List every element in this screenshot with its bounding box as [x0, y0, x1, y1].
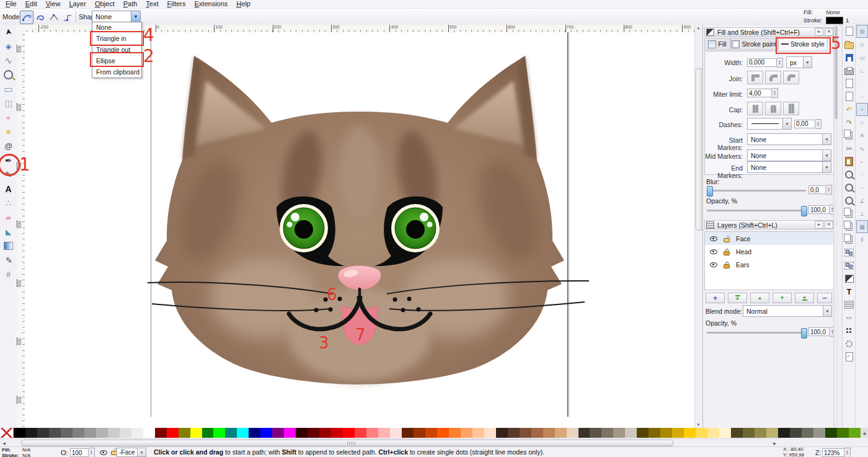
shape-dropdown-arrow-icon[interactable]: ▼ [131, 11, 140, 22]
snap-bbox-corners-button[interactable]: ∟ [856, 64, 868, 77]
palette-swatch-42[interactable] [508, 428, 520, 438]
palette-swatch-13[interactable] [167, 428, 179, 438]
panel-menu-icon[interactable]: ▸ [815, 28, 823, 36]
delete-layer-button[interactable]: − [817, 293, 832, 303]
sb-opacity-spin-arrows-icon[interactable]: ▲▼ [89, 448, 95, 457]
width-input[interactable]: 0,000 [747, 58, 777, 67]
spray-tool[interactable]: ∴ [1, 196, 16, 210]
layer-locked-icon[interactable] [724, 251, 730, 255]
open-button[interactable] [843, 38, 855, 51]
palette-swatch-0[interactable] [14, 428, 25, 438]
snap-cusp-nodes-button[interactable]: ∿ [856, 142, 868, 155]
palette-swatch-62[interactable] [743, 428, 755, 438]
scroll-right-icon[interactable]: ▶ [771, 441, 778, 445]
star-tool[interactable]: ★ [1, 125, 16, 139]
paste-button[interactable] [843, 155, 855, 168]
palette-swatch-30[interactable] [366, 428, 378, 438]
scroll-left-icon[interactable]: ◀ [1, 441, 7, 445]
palette-swatch-61[interactable] [731, 428, 743, 438]
fs-opacity-input[interactable]: 100,0 [808, 205, 830, 214]
new-document-button[interactable] [843, 25, 855, 38]
join-round-button[interactable] [765, 71, 781, 84]
unit-dropdown-arrow-icon[interactable]: ▼ [803, 57, 812, 68]
menu-layer[interactable]: Layer [64, 0, 91, 8]
fs-opacity-slider-thumb[interactable] [801, 206, 807, 216]
menu-text[interactable]: Text [141, 0, 162, 8]
align-dialog-button[interactable] [843, 324, 855, 337]
vertical-ruler[interactable]: 900800700600500400300 [17, 32, 25, 428]
join-miter-button[interactable] [747, 71, 763, 84]
connector-tool[interactable]: # [1, 267, 16, 282]
dock-scrollbar[interactable] [833, 25, 838, 428]
palette-swatch-48[interactable] [578, 428, 590, 438]
palette-swatch-40[interactable] [484, 428, 496, 438]
unlink-clone-button[interactable] [843, 233, 855, 246]
palette-swatch-15[interactable] [190, 428, 202, 438]
snap-midpoints-button[interactable]: ∙ [856, 168, 868, 181]
spiral-tool[interactable]: @ [1, 139, 16, 153]
palette-swatch-6[interactable] [84, 428, 96, 438]
join-bevel-button[interactable] [783, 71, 799, 84]
layers-panel-menu-icon[interactable]: ▸ [815, 221, 823, 229]
palette-swatch-71[interactable] [849, 428, 861, 438]
raise-layer-button[interactable]: ▲ [750, 293, 769, 303]
start-markers-arrow-icon[interactable]: ▼ [822, 134, 831, 144]
palette-swatch-38[interactable] [461, 428, 472, 438]
snap-nodes-button[interactable]: + [856, 103, 868, 116]
undo-button[interactable]: ↶ [843, 103, 855, 116]
palette-swatch-63[interactable] [755, 428, 766, 438]
palette-swatch-68[interactable] [813, 428, 825, 438]
layer-visible-icon[interactable] [710, 236, 717, 241]
palette-swatch-52[interactable] [625, 428, 637, 438]
menu-filters[interactable]: Filters [163, 0, 190, 8]
layer-opacity-slider[interactable] [707, 332, 806, 334]
palette-swatch-14[interactable] [179, 428, 190, 438]
layer-opacity-input[interactable]: 100,0 [808, 327, 830, 336]
export-button[interactable] [843, 90, 855, 103]
import-button[interactable] [843, 77, 855, 90]
cap-butt-button[interactable] [747, 102, 763, 115]
palette-swatch-24[interactable] [296, 428, 308, 438]
snap-paths-button[interactable]: ○ [856, 116, 868, 129]
palette-swatch-55[interactable] [660, 428, 672, 438]
palette-swatch-32[interactable] [390, 428, 402, 438]
palette-swatch-66[interactable] [790, 428, 802, 438]
palette-swatch-33[interactable] [402, 428, 414, 438]
layer-visible-icon[interactable] [710, 262, 717, 267]
shape-dropdown[interactable]: None ▼ [92, 11, 141, 22]
palette-swatch-44[interactable] [531, 428, 543, 438]
blend-mode-arrow-icon[interactable]: ▼ [823, 306, 831, 316]
palette-swatch-7[interactable] [96, 428, 108, 438]
palette-swatch-29[interactable] [355, 428, 366, 438]
snap-bbox-midpoints-button[interactable]: · [856, 77, 868, 90]
layers-dialog-button[interactable] [843, 298, 855, 311]
zoom-selection-button[interactable] [843, 168, 855, 181]
new-layer-button[interactable]: + [706, 293, 725, 303]
palette-swatch-19[interactable] [237, 428, 249, 438]
layer-visible-icon[interactable] [710, 249, 717, 254]
no-color-swatch[interactable] [0, 428, 14, 438]
layer-row-head[interactable]: Head [705, 245, 835, 258]
zoom-input[interactable]: 123% [822, 448, 844, 457]
rectangle-tool[interactable]: ▭ [1, 82, 16, 96]
palette-swatch-58[interactable] [696, 428, 707, 438]
palette-swatch-10[interactable] [131, 428, 143, 438]
palette-swatch-41[interactable] [496, 428, 508, 438]
palette-swatch-45[interactable] [543, 428, 555, 438]
palette-swatch-46[interactable] [555, 428, 567, 438]
gradient-tool[interactable] [1, 239, 16, 253]
layers-panel-close-icon[interactable]: ✕ [825, 221, 833, 229]
save-button[interactable] [843, 51, 855, 64]
blur-slider[interactable] [707, 190, 806, 192]
palette-swatch-35[interactable] [425, 428, 437, 438]
dash-offset-input[interactable]: 0,00 [794, 120, 815, 128]
palette-swatch-12[interactable] [155, 428, 167, 438]
snap-rotation-centers-button[interactable]: ∠ [856, 194, 868, 207]
stroke-color-swatch[interactable] [826, 17, 843, 24]
snap-bbox-centers-button[interactable]: ◦ [856, 90, 868, 103]
layer-dropdown-arrow-icon[interactable]: ▼ [137, 448, 146, 456]
paint-bucket-tool[interactable]: ◣ [1, 224, 16, 239]
palette-swatch-18[interactable] [225, 428, 237, 438]
layer-visibility-icon[interactable] [100, 450, 107, 455]
palette-swatch-11[interactable] [143, 428, 155, 438]
